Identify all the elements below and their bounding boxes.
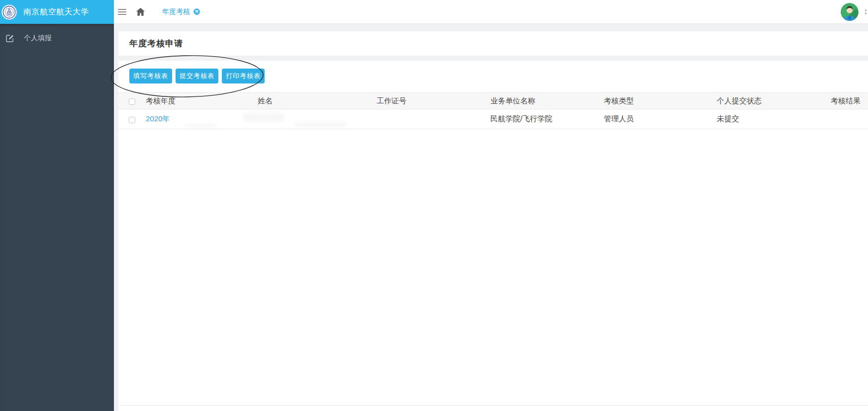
- edge-dots-icon: [865, 9, 867, 14]
- col-assessment-type: 考核类型: [604, 93, 717, 109]
- col-work-id: 工作证号: [377, 93, 490, 109]
- cell-name: [258, 109, 377, 129]
- sidebar-item-label: 个人填报: [24, 34, 52, 43]
- university-logo-icon: [1, 4, 17, 20]
- col-assessment-year: 考核年度: [146, 93, 258, 109]
- col-assessment-result: 考核结果: [831, 93, 868, 109]
- university-name: 南京航空航天大学: [23, 7, 89, 17]
- edit-icon: [5, 34, 14, 43]
- bottom-divider: [121, 405, 868, 406]
- tab-close-icon[interactable]: ✕: [193, 8, 200, 15]
- brand-header: 南京航空航天大学: [0, 0, 114, 24]
- cell-unit-name: 民航学院/飞行学院: [490, 109, 604, 129]
- page-title: 年度考核申请: [129, 39, 183, 48]
- cell-assessment-result: [831, 109, 868, 129]
- select-all-checkbox[interactable]: [129, 98, 135, 105]
- row-checkbox[interactable]: [129, 117, 135, 123]
- col-unit-name: 业务单位名称: [490, 93, 604, 109]
- cell-work-id: [377, 109, 490, 129]
- cell-submit-status: 未提交: [717, 109, 831, 129]
- col-name: 姓名: [258, 93, 377, 109]
- content-panel: 填写考核表 提交考核表 打印考核表 考核年度 姓名 工作证号 业务单位名称 考核…: [118, 61, 868, 411]
- assessment-year-link[interactable]: 2020年: [146, 114, 170, 123]
- user-avatar[interactable]: [841, 3, 859, 21]
- col-submit-status: 个人提交状态: [717, 93, 831, 109]
- table-header-row: 考核年度 姓名 工作证号 业务单位名称 考核类型 个人提交状态 考核结果: [118, 93, 868, 109]
- sidebar-item-personal-report[interactable]: 个人填报: [0, 24, 114, 50]
- assessment-table: 考核年度 姓名 工作证号 业务单位名称 考核类型 个人提交状态 考核结果 202…: [118, 92, 868, 129]
- main-content: 年度考核申请 填写考核表 提交考核表 打印考核表 考核年度 姓名 工作证号 业务…: [114, 24, 868, 411]
- menu-toggle-icon[interactable]: [118, 7, 126, 16]
- topbar: 年度考核 ✕: [114, 0, 868, 24]
- home-icon[interactable]: [136, 7, 145, 16]
- tab-annual-assessment[interactable]: 年度考核 ✕: [162, 7, 200, 16]
- cell-assessment-type: 管理人员: [604, 109, 717, 129]
- toolbar: 填写考核表 提交考核表 打印考核表: [118, 61, 868, 83]
- submit-assessment-form-button[interactable]: 提交考核表: [176, 69, 218, 83]
- table-row: 2020年 民航学院/飞行学院 管理人员 未提交: [118, 109, 868, 129]
- tab-label: 年度考核: [162, 7, 190, 16]
- sidebar: 个人填报: [0, 24, 114, 411]
- fill-assessment-form-button[interactable]: 填写考核表: [129, 69, 172, 83]
- print-assessment-form-button[interactable]: 打印考核表: [222, 69, 265, 83]
- title-panel: 年度考核申请: [118, 31, 868, 56]
